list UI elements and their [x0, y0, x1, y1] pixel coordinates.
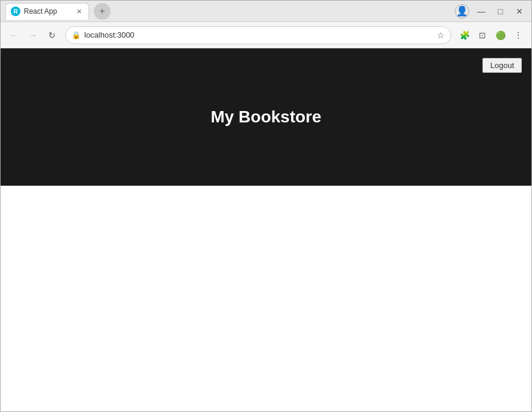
- bookmark-icon[interactable]: ☆: [437, 30, 445, 40]
- logout-button[interactable]: Logout: [482, 58, 522, 73]
- url-input[interactable]: [84, 30, 433, 39]
- close-button[interactable]: ✕: [512, 4, 527, 19]
- window-controls-left: R React App ✕ +: [5, 3, 111, 20]
- app-header: My Bookstore Logout: [1, 48, 531, 186]
- window-controls-right: 👤 — □ ✕: [455, 4, 527, 19]
- maximize-button[interactable]: □: [493, 4, 507, 19]
- browser-window: R React App ✕ + 👤 — □ ✕ ← → ↻ 🔒 ☆ 🧩 ⊡ �: [0, 0, 532, 412]
- new-tab-button[interactable]: +: [94, 3, 111, 20]
- account-button[interactable]: 🟢: [492, 27, 509, 44]
- browser-tab[interactable]: R React App ✕: [5, 3, 89, 20]
- minimize-button[interactable]: —: [474, 4, 488, 19]
- forward-button[interactable]: →: [25, 27, 41, 44]
- reload-button[interactable]: ↻: [44, 27, 60, 44]
- address-bar[interactable]: 🔒 ☆: [65, 26, 451, 44]
- navigation-bar: ← → ↻ 🔒 ☆ 🧩 ⊡ 🟢 ⋮: [1, 22, 531, 48]
- lock-icon: 🔒: [72, 31, 81, 39]
- favicon-letter: R: [13, 8, 17, 15]
- app-title: My Bookstore: [210, 107, 321, 127]
- back-button[interactable]: ←: [5, 27, 22, 44]
- menu-button[interactable]: ⋮: [510, 27, 527, 44]
- extensions-button[interactable]: 🧩: [456, 27, 473, 44]
- tab-close-icon[interactable]: ✕: [74, 7, 84, 16]
- title-bar: R React App ✕ + 👤 — □ ✕: [1, 1, 531, 22]
- page-content: My Bookstore Logout: [1, 48, 531, 411]
- tab-favicon: R: [11, 7, 20, 16]
- nav-actions: 🧩 ⊡ 🟢 ⋮: [456, 27, 527, 44]
- browser-user-icon[interactable]: 👤: [455, 4, 469, 19]
- cast-button[interactable]: ⊡: [474, 27, 491, 44]
- tab-title: React App: [24, 7, 71, 16]
